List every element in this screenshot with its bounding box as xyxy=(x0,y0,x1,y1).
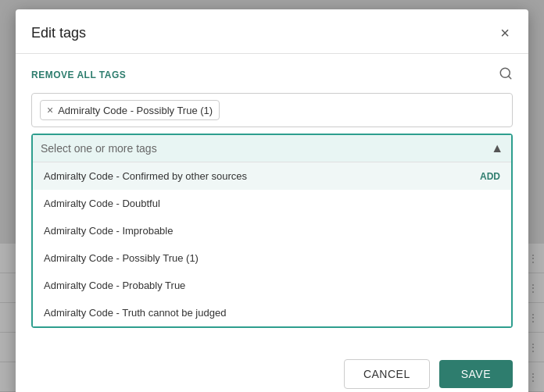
dropdown-item-label: Admiralty Code - Confirmed by other sour… xyxy=(44,170,247,182)
dropdown-input[interactable]: Select one or more tags ▲ xyxy=(33,135,511,162)
cancel-button[interactable]: CANCEL xyxy=(344,359,430,389)
dropdown-list: Admiralty Code - Confirmed by other sour… xyxy=(33,162,511,326)
save-button[interactable]: SAVE xyxy=(439,360,513,388)
modal-header: Edit tags × xyxy=(16,9,528,54)
remove-tags-row: REMOVE ALL TAGS xyxy=(31,66,513,84)
tag-chip: × Admiralty Code - Possibly True (1) xyxy=(40,100,220,120)
dropdown-item-3[interactable]: Admiralty Code - Possibly True (1) xyxy=(33,244,511,272)
dropdown-placeholder: Select one or more tags xyxy=(41,142,491,155)
search-icon xyxy=(499,66,513,80)
add-tag-button-0[interactable]: ADD xyxy=(480,171,500,182)
edit-tags-modal: Edit tags × REMOVE ALL TAGS × Admiralty … xyxy=(16,9,528,392)
tag-dropdown[interactable]: Select one or more tags ▲ Admiralty Code… xyxy=(31,134,513,328)
dropdown-item-4[interactable]: Admiralty Code - Probably True xyxy=(33,272,511,299)
modal-title: Edit tags xyxy=(31,25,86,41)
modal-close-button[interactable]: × xyxy=(497,22,513,44)
dropdown-item-label: Admiralty Code - Doubtful xyxy=(44,198,160,209)
modal-footer: CANCEL SAVE xyxy=(16,350,528,392)
dropdown-item-1[interactable]: Admiralty Code - Doubtful xyxy=(33,190,511,217)
svg-line-1 xyxy=(508,76,510,78)
tags-input-area: × Admiralty Code - Possibly True (1) xyxy=(31,93,513,127)
dropdown-item-0[interactable]: Admiralty Code - Confirmed by other sour… xyxy=(33,162,511,190)
dropdown-item-5[interactable]: Admiralty Code - Truth cannot be judged xyxy=(33,299,511,326)
dropdown-item-2[interactable]: Admiralty Code - Improbable xyxy=(33,217,511,244)
remove-tag-button[interactable]: × xyxy=(47,105,53,116)
dropdown-item-label: Admiralty Code - Improbable xyxy=(44,225,173,237)
tag-chip-label: Admiralty Code - Possibly True (1) xyxy=(58,105,213,116)
search-icon-button[interactable] xyxy=(499,66,513,84)
dropdown-item-label: Admiralty Code - Probably True xyxy=(44,280,185,291)
chevron-up-icon: ▲ xyxy=(491,141,503,155)
remove-all-tags-button[interactable]: REMOVE ALL TAGS xyxy=(31,69,126,80)
dropdown-item-label: Admiralty Code - Truth cannot be judged xyxy=(44,307,226,319)
dropdown-item-label: Admiralty Code - Possibly True (1) xyxy=(44,252,199,264)
modal-body: REMOVE ALL TAGS × Admiralty Code - Possi… xyxy=(16,54,528,350)
